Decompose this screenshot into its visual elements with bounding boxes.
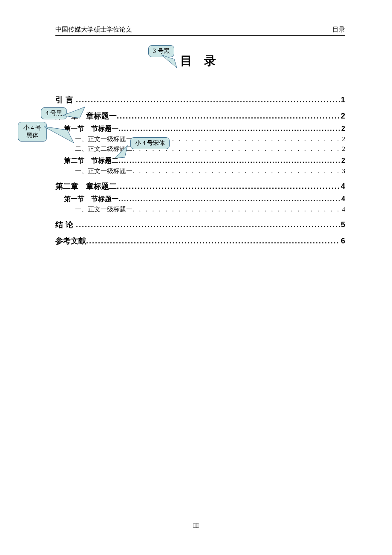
header-left: 中国传媒大学硕士学位论文 — [55, 26, 132, 34]
toc-entry: 引言1 — [55, 95, 345, 105]
toc-label: 引言 — [55, 95, 76, 105]
toc-page-number: 2 — [340, 125, 345, 133]
toc-page-number: 3 — [341, 168, 346, 175]
page-number: III — [0, 523, 392, 529]
toc-page-number: 2 — [341, 145, 346, 153]
toc-entry: 二、正文二级标题二2 — [75, 145, 345, 153]
toc-page-number: 2 — [341, 136, 346, 143]
callout-label: 3 号黑 — [153, 48, 170, 54]
callout-label: 小 4 号 黑体 — [23, 124, 41, 139]
toc-leader-dots — [117, 112, 340, 121]
toc-entry: 一、正文一级标题一4 — [75, 205, 345, 214]
table-of-contents: 引言1第一章 章标题一2第一节 节标题一2一、正文一级标题一2二、正文二级标题二… — [55, 95, 345, 246]
toc-entry: 参考文献6 — [55, 236, 345, 246]
callout-body-font: 小 4 号宋体 — [130, 137, 170, 149]
toc-page-number: 5 — [340, 220, 345, 229]
toc-label: 第一节 节标题一 — [64, 195, 118, 204]
toc-page-number: 6 — [340, 237, 345, 246]
toc-label: 第二节 节标题二 — [64, 156, 118, 165]
callout-label: 4 号黑 — [46, 110, 62, 116]
toc-entry: 一、正文一级标题一3 — [75, 167, 345, 175]
callout-pointer-icon — [127, 145, 144, 162]
toc-leader-dots — [118, 125, 340, 133]
toc-leader-dots — [118, 157, 340, 165]
document-page: 中国传媒大学硕士学位论文 目录 目 录 引言1第一章 章标题一2第一节 节标题一… — [0, 0, 392, 555]
callout-pointer-icon — [161, 55, 179, 72]
callout-pointer-icon — [44, 127, 78, 148]
toc-page-number: 2 — [340, 157, 345, 165]
callout-title-font: 3 号黑 — [148, 45, 174, 57]
toc-leader-dots — [118, 195, 340, 203]
toc-entry: 第一章 章标题一2 — [55, 111, 345, 121]
toc-entry: 第二节 节标题二2 — [64, 156, 345, 165]
toc-entry: 第二章 章标题二4 — [55, 181, 345, 191]
header-right: 目录 — [332, 26, 345, 34]
toc-page-number: 2 — [340, 112, 345, 121]
toc-page-number: 1 — [340, 95, 345, 104]
callout-section-font: 小 4 号 黑体 — [18, 122, 47, 142]
page-title: 目 录 — [55, 53, 345, 69]
toc-label: 结论 — [55, 220, 76, 230]
toc-leader-dots — [76, 220, 340, 229]
callout-chapter-font: 4 号黑 — [41, 107, 67, 119]
toc-leader-dots — [86, 237, 340, 246]
toc-leader-dots — [76, 95, 340, 104]
toc-label: 一、正文一级标题一 — [75, 205, 133, 214]
toc-entry: 第一节 节标题一4 — [64, 195, 345, 204]
toc-leader-dots — [133, 206, 341, 213]
toc-leader-dots — [117, 182, 340, 191]
toc-leader-dots — [133, 168, 341, 175]
toc-page-number: 4 — [341, 206, 346, 213]
toc-page-number: 4 — [340, 195, 345, 203]
toc-label: 一、正文一级标题一 — [75, 167, 133, 175]
toc-label: 第二章 章标题二 — [55, 181, 117, 191]
title-wrap: 目 录 — [55, 53, 345, 69]
page-header: 中国传媒大学硕士学位论文 目录 — [55, 26, 345, 36]
toc-label: 一、正文一级标题一 — [75, 135, 133, 143]
toc-entry: 一、正文一级标题一2 — [75, 135, 345, 143]
toc-entry: 第一节 节标题一2 — [64, 124, 345, 133]
toc-page-number: 4 — [340, 182, 345, 191]
toc-label: 参考文献 — [55, 236, 86, 246]
toc-entry: 结论5 — [55, 220, 345, 230]
